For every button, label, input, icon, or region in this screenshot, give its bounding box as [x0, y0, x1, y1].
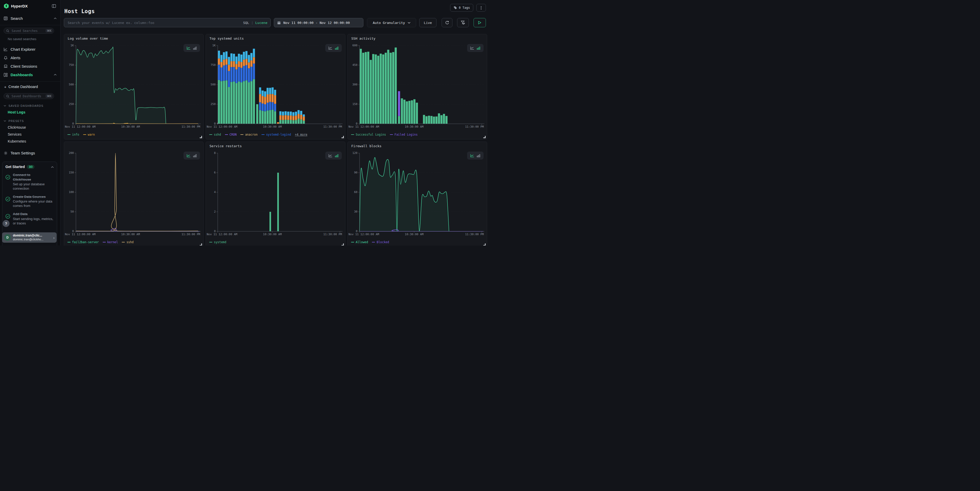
y-tick-label: 300 [352, 83, 358, 86]
chart-plot[interactable] [360, 46, 484, 124]
get-started-task[interactable]: Connect to ClickHouse Set up your databa… [5, 173, 54, 191]
get-started-task[interactable]: Create Data Sources Configure where your… [5, 195, 54, 208]
dashboard-menu-button[interactable] [476, 4, 486, 11]
x-tick-label: Nov 11 12:00:00 AM [65, 233, 95, 236]
chevron-up-icon[interactable] [51, 164, 54, 169]
chart-canvas [75, 153, 201, 233]
bar-chart-toggle-icon[interactable] [477, 154, 480, 157]
search-icon [6, 95, 9, 98]
bell-icon [3, 56, 8, 60]
line-chart-toggle-icon[interactable] [470, 46, 474, 50]
live-button[interactable]: Live [419, 18, 436, 27]
app-title: HyperDX [11, 4, 49, 8]
y-tick-label: 250 [210, 102, 216, 106]
filter-button[interactable] [457, 18, 469, 27]
resize-handle[interactable] [342, 243, 344, 246]
legend-more-link[interactable]: +4 more [295, 133, 307, 137]
chart-canvas [216, 46, 342, 126]
task-title: Connect to ClickHouse [13, 173, 46, 182]
resize-handle[interactable] [483, 136, 485, 138]
chart-legend: infowarn [67, 133, 95, 137]
search-section-label: Search [11, 16, 51, 21]
get-started-task[interactable]: Add Data Start sending logs, metrics, or… [5, 212, 54, 226]
event-search-input[interactable] [67, 21, 240, 25]
group-label-text: PRESETS [8, 119, 24, 122]
y-tick-label: 4 [214, 191, 216, 194]
chart-plot[interactable] [218, 46, 342, 124]
refresh-button[interactable] [442, 18, 452, 27]
saved-searches-input[interactable] [11, 29, 44, 33]
y-tick-label: 120 [352, 151, 358, 155]
saved-dashboards-input[interactable] [11, 94, 44, 98]
chart-legend: systemd [209, 240, 226, 244]
resize-handle[interactable] [483, 243, 485, 246]
saved-dashboards-group-header[interactable]: SAVED DASHBOARDS [3, 104, 60, 107]
y-tick-label: 6 [214, 171, 216, 174]
sidebar-item-label: Chart Explorer [11, 47, 57, 51]
bar-chart-toggle-icon[interactable] [193, 46, 197, 50]
sidebar-preset-clickhouse[interactable]: ClickHouse [8, 126, 60, 129]
line-chart-toggle-icon[interactable] [186, 154, 191, 157]
chart-plot[interactable] [76, 153, 201, 231]
y-tick-label: 450 [352, 63, 358, 67]
sidebar-dashboard-host-logs[interactable]: Host Logs [8, 110, 60, 114]
x-tick-label: 10:30:00 AM [263, 125, 282, 129]
time-range-picker[interactable]: Nov 11 00:00:00 - Nov 12 00:00:00 [274, 18, 363, 27]
x-tick-label: 10:30:00 AM [405, 233, 423, 236]
line-chart-toggle-icon[interactable] [328, 154, 332, 157]
granularity-select[interactable]: Auto Granularity [367, 18, 416, 27]
task-desc: Start sending logs, metrics, or traces [13, 217, 54, 226]
page-title: Host Logs [64, 8, 95, 14]
bar-chart-toggle-icon[interactable] [335, 154, 339, 157]
x-tick-label: Nov 11 12:00:00 AM [65, 125, 95, 129]
y-tick-label: 90 [354, 171, 358, 174]
collapse-sidebar-button[interactable] [51, 3, 57, 8]
sidebar-item-team-settings[interactable]: Team Settings [0, 149, 60, 157]
search-section-icon [3, 16, 8, 20]
chart-title: Service restarts [210, 144, 242, 148]
sidebar-item-search[interactable]: Search [0, 14, 60, 23]
run-query-button[interactable] [474, 18, 486, 27]
controls-bar: SQL | Lucene Nov 11 00:00:00 - Nov 12 00… [64, 18, 486, 27]
x-tick-label: 11:30:00 PM [465, 125, 484, 129]
resize-handle[interactable] [200, 243, 202, 246]
sidebar-item-alerts[interactable]: Alerts [0, 54, 60, 62]
resize-handle[interactable] [200, 136, 202, 138]
task-title: Add Data [13, 212, 54, 216]
line-chart-toggle-icon[interactable] [470, 154, 474, 157]
sql-mode-toggle[interactable]: SQL [243, 21, 249, 25]
y-tick-label: 8 [214, 151, 216, 155]
y-tick-label: 600 [352, 44, 358, 47]
dashboards-icon [3, 73, 8, 77]
help-button[interactable]: ? [3, 220, 10, 227]
line-chart-toggle-icon[interactable] [186, 46, 191, 50]
x-axis-labels: Nov 11 12:00:00 AM10:30:00 AM11:30:00 PM [348, 233, 487, 237]
legend-item: systemd-logind [261, 133, 291, 137]
sidebar-item-label: Dashboards [11, 73, 51, 77]
tags-button[interactable]: 0 Tags [450, 4, 473, 11]
lucene-mode-toggle[interactable]: Lucene [255, 21, 267, 25]
user-menu[interactable]: D dominic.tran@clic... dominic.tran@clic… [2, 232, 57, 243]
create-dashboard-button[interactable]: + Create Dashboard [0, 83, 60, 91]
bar-chart-toggle-icon[interactable] [335, 46, 339, 50]
sidebar-preset-services[interactable]: Services [8, 132, 60, 137]
line-chart-toggle-icon[interactable] [328, 46, 332, 50]
chart-plot[interactable] [76, 46, 201, 124]
legend-item: Blocked [372, 240, 389, 244]
sidebar-item-chart-explorer[interactable]: Chart Explorer [0, 45, 60, 54]
chevron-down-icon [408, 22, 410, 24]
bar-chart-toggle-icon[interactable] [193, 154, 197, 157]
sidebar-preset-kubernetes[interactable]: Kubernetes [8, 139, 60, 143]
y-axis-labels: 1K7505002500 [206, 46, 216, 124]
bar-chart-toggle-icon[interactable] [477, 46, 480, 50]
chart-type-toggle [467, 152, 484, 160]
presets-group-header[interactable]: PRESETS [3, 119, 60, 122]
chart-plot[interactable] [360, 153, 484, 231]
sidebar-item-client-sessions[interactable]: Client Sessions [0, 62, 60, 70]
chart-plot[interactable] [218, 153, 342, 231]
chart-type-toggle [183, 44, 200, 52]
no-saved-searches-text: No saved searches [8, 37, 60, 41]
chart-card-ssh-activity: SSH activity 6004503001500 Nov 11 12:00:… [347, 34, 487, 140]
resize-handle[interactable] [342, 136, 344, 138]
sidebar-item-dashboards[interactable]: Dashboards [0, 70, 60, 79]
